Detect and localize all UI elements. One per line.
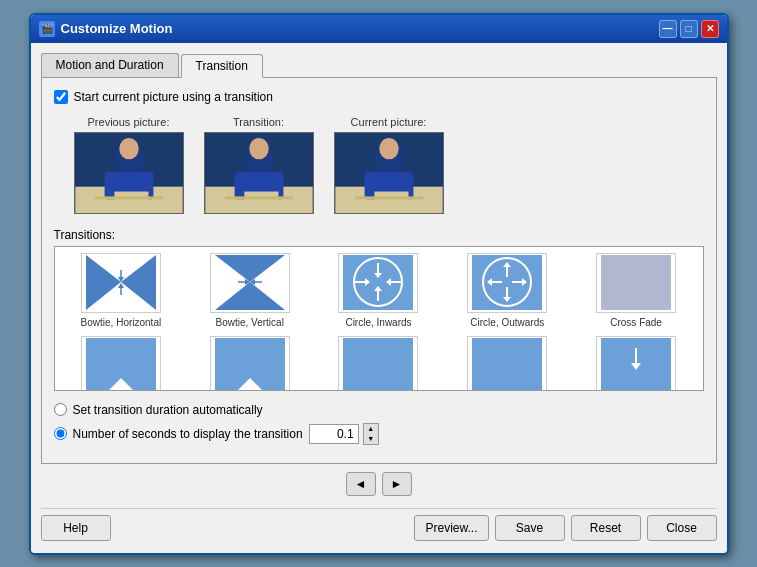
previous-picture-label: Previous picture: xyxy=(88,116,170,128)
title-bar-left: 🎬 Customize Motion xyxy=(39,21,173,37)
seconds-input[interactable] xyxy=(309,424,359,444)
spinner-buttons: ▲ ▼ xyxy=(363,423,379,445)
start-transition-checkbox[interactable] xyxy=(54,90,68,104)
window-icon: 🎬 xyxy=(39,21,55,37)
bowtie-v-thumb xyxy=(210,253,290,313)
bottom-nav: ◄ ► xyxy=(41,464,717,504)
save-button[interactable]: Save xyxy=(495,515,565,541)
start-transition-row: Start current picture using a transition xyxy=(54,90,704,104)
transition-circle-out[interactable]: Circle, Outwards xyxy=(447,253,568,328)
svg-rect-60 xyxy=(343,338,413,391)
radio-auto-label: Set transition duration automatically xyxy=(73,403,263,417)
transition-bowtie-v[interactable]: Bowtie, Vertical xyxy=(189,253,310,328)
reset-button[interactable]: Reset xyxy=(571,515,641,541)
transition-picture-item: Transition: xyxy=(204,116,314,214)
transitions-section: Transitions: xyxy=(54,228,704,391)
svg-rect-55 xyxy=(601,255,671,310)
transition-tab-content: Start current picture using a transition… xyxy=(41,78,717,464)
row2-1-thumb xyxy=(81,336,161,391)
tabs-container: Motion and Duration Transition xyxy=(41,53,717,78)
svg-point-17 xyxy=(379,137,399,158)
title-buttons: — □ ✕ xyxy=(659,20,719,38)
nav-forward-button[interactable]: ► xyxy=(382,472,412,496)
row2-3-thumb xyxy=(338,336,418,391)
transition-picture-svg xyxy=(205,133,313,213)
window-close-button[interactable]: ✕ xyxy=(701,20,719,38)
bowtie-h-name: Bowtie, Horizontal xyxy=(81,317,162,328)
previous-picture-frame xyxy=(74,132,184,214)
radio-auto-row: Set transition duration automatically xyxy=(54,403,704,417)
window-content: Motion and Duration Transition Start cur… xyxy=(31,43,727,553)
bowtie-h-thumb xyxy=(81,253,161,313)
close-button[interactable]: Close xyxy=(647,515,717,541)
maximize-button[interactable]: □ xyxy=(680,20,698,38)
transition-label: Transition: xyxy=(233,116,284,128)
transition-picture-frame xyxy=(204,132,314,214)
radio-seconds-row: Number of seconds to display the transit… xyxy=(54,423,704,445)
previous-picture-item: Previous picture: xyxy=(74,116,184,214)
seconds-spinner: ▲ ▼ xyxy=(309,423,379,445)
radio-auto[interactable] xyxy=(54,403,67,416)
radio-seconds[interactable] xyxy=(54,427,67,440)
transition-row2-1[interactable] xyxy=(61,336,182,391)
transitions-label: Transitions: xyxy=(54,228,704,242)
window-title: Customize Motion xyxy=(61,21,173,36)
svg-point-10 xyxy=(249,137,269,158)
transition-row2-3[interactable] xyxy=(318,336,439,391)
preview-button[interactable]: Preview... xyxy=(414,515,488,541)
cross-fade-thumb xyxy=(596,253,676,313)
row2-2-thumb xyxy=(210,336,290,391)
dialog-buttons: Help Preview... Save Reset Close xyxy=(41,508,717,543)
title-bar: 🎬 Customize Motion — □ ✕ xyxy=(31,15,727,43)
svg-rect-20 xyxy=(354,196,422,199)
transition-circle-in[interactable]: Circle, Inwards xyxy=(318,253,439,328)
row2-4-thumb xyxy=(467,336,547,391)
svg-rect-13 xyxy=(224,196,292,199)
customize-motion-window: 🎬 Customize Motion — □ ✕ Motion and Dura… xyxy=(29,13,729,555)
spinner-down-button[interactable]: ▼ xyxy=(364,434,378,444)
action-buttons: Preview... Save Reset Close xyxy=(414,515,716,541)
pictures-row: Previous picture: xyxy=(74,116,704,214)
svg-rect-6 xyxy=(94,196,162,199)
transitions-grid: Bowtie, Horizontal xyxy=(61,253,697,391)
transition-cross-fade[interactable]: Cross Fade xyxy=(576,253,697,328)
circle-out-thumb xyxy=(467,253,547,313)
svg-rect-61 xyxy=(472,338,542,391)
help-button[interactable]: Help xyxy=(41,515,111,541)
transitions-scrollbox[interactable]: Bowtie, Horizontal xyxy=(54,246,704,391)
circle-out-name: Circle, Outwards xyxy=(470,317,544,328)
current-picture-frame xyxy=(334,132,444,214)
nav-back-button[interactable]: ◄ xyxy=(346,472,376,496)
minimize-button[interactable]: — xyxy=(659,20,677,38)
start-transition-label: Start current picture using a transition xyxy=(74,90,273,104)
current-picture-item: Current picture: xyxy=(334,116,444,214)
transition-row2-4[interactable] xyxy=(447,336,568,391)
radio-seconds-label: Number of seconds to display the transit… xyxy=(73,427,303,441)
tab-motion[interactable]: Motion and Duration xyxy=(41,53,179,77)
row2-5-thumb xyxy=(596,336,676,391)
transition-row2-2[interactable] xyxy=(189,336,310,391)
tab-transition[interactable]: Transition xyxy=(181,54,263,78)
circle-in-name: Circle, Inwards xyxy=(345,317,411,328)
transition-bowtie-h[interactable]: Bowtie, Horizontal xyxy=(61,253,182,328)
svg-point-3 xyxy=(119,137,139,158)
bowtie-v-name: Bowtie, Vertical xyxy=(216,317,284,328)
previous-picture-svg xyxy=(75,133,183,213)
spinner-up-button[interactable]: ▲ xyxy=(364,424,378,434)
circle-in-thumb xyxy=(338,253,418,313)
transition-row2-5[interactable] xyxy=(576,336,697,391)
cross-fade-name: Cross Fade xyxy=(610,317,662,328)
current-picture-label: Current picture: xyxy=(351,116,427,128)
current-picture-svg xyxy=(335,133,443,213)
